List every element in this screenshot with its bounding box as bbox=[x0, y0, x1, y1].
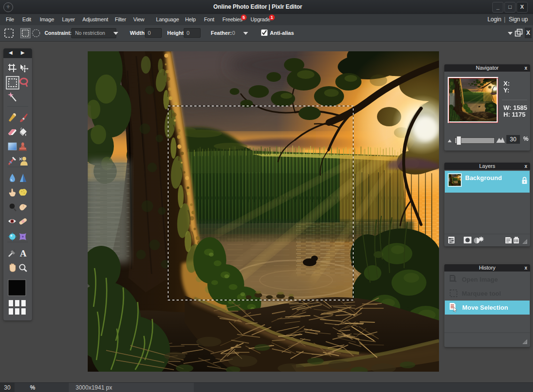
svg-text:A: A bbox=[20, 248, 27, 258]
